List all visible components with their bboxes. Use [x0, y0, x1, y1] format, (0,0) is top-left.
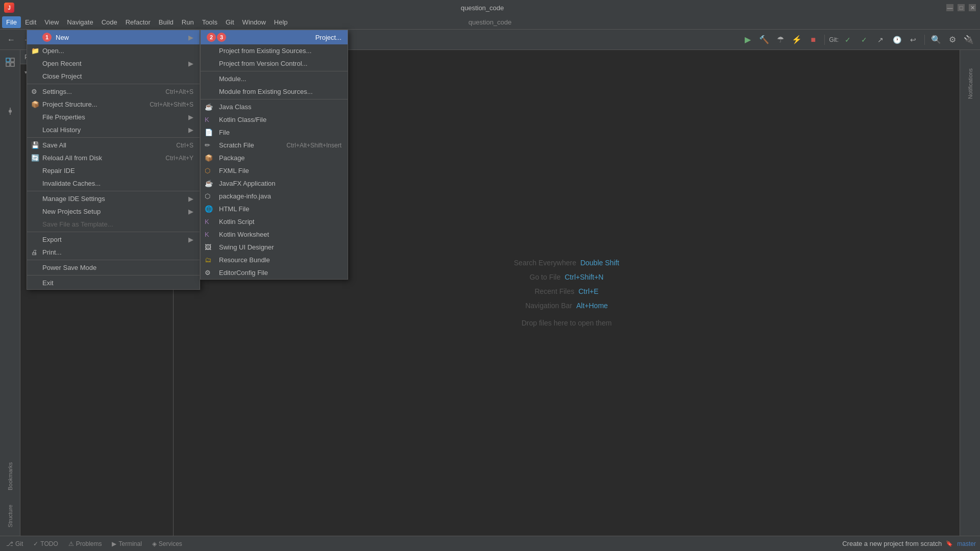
- menu-item-repair[interactable]: Repair IDE: [27, 164, 200, 177]
- hint-search-text: Search Everywhere: [514, 259, 576, 267]
- menu-item-open[interactable]: 📁 Open...: [27, 44, 200, 57]
- menu-item-power-save[interactable]: Power Save Mode: [27, 261, 200, 274]
- bookmarks-label[interactable]: Bookmarks: [5, 458, 15, 494]
- open-icon: 📁: [31, 47, 39, 55]
- terminal-tab-icon: ▶: [112, 540, 116, 547]
- close-button[interactable]: ✕: [969, 4, 976, 11]
- svg-rect-0: [6, 58, 10, 62]
- menu-help[interactable]: Help: [270, 16, 292, 28]
- menu-code[interactable]: Code: [97, 16, 121, 28]
- menu-view[interactable]: View: [40, 16, 63, 28]
- tab-todo[interactable]: ✓ TODO: [31, 540, 60, 547]
- package-icon: 📦: [205, 154, 213, 162]
- menu-edit[interactable]: Edit: [21, 16, 40, 28]
- submenu-item-editorconfig-label: EditorConfig File: [219, 269, 268, 277]
- menu-item-manage-ide[interactable]: Manage IDE Settings ▶: [27, 192, 200, 205]
- hint-file-text: Go to File: [530, 273, 561, 281]
- maximize-button[interactable]: □: [958, 4, 965, 11]
- git-history-button[interactable]: 🕐: [890, 33, 904, 47]
- menu-tools[interactable]: Tools: [198, 16, 222, 28]
- submenu-item-kotlin-class[interactable]: K Kotlin Class/File: [201, 113, 348, 126]
- menu-item-invalidate[interactable]: Invalidate Caches...: [27, 177, 200, 190]
- tab-services[interactable]: ◈ Services: [150, 540, 184, 547]
- submenu-item-swing[interactable]: 🖼 Swing UI Designer: [201, 241, 348, 254]
- submenu-item-module-existing[interactable]: Module from Existing Sources...: [201, 85, 348, 98]
- submenu-item-javafx[interactable]: ☕ JavaFX Application: [201, 177, 348, 190]
- menu-item-new-label: New: [56, 34, 69, 41]
- menu-item-project-structure[interactable]: 📦 Project Structure... Ctrl+Alt+Shift+S: [27, 98, 200, 111]
- submenu-item-package-info[interactable]: ⬡ package-info.java: [201, 190, 348, 203]
- submenu-item-module[interactable]: Module...: [201, 72, 348, 85]
- scratch-icon: ✏: [205, 141, 210, 149]
- build-button[interactable]: 🔨: [757, 33, 771, 47]
- todo-tab-label: TODO: [40, 540, 58, 547]
- app-logo: J: [4, 3, 14, 13]
- menu-navigate[interactable]: Navigate: [63, 16, 97, 28]
- window-controls[interactable]: — □ ✕: [946, 4, 976, 11]
- toolbar-back-button[interactable]: ←: [4, 33, 18, 47]
- coverage-button[interactable]: ☂: [773, 33, 788, 47]
- git-check-button[interactable]: ✓: [841, 33, 855, 47]
- menu-item-save-all[interactable]: 💾 Save All Ctrl+S: [27, 139, 200, 152]
- menu-window[interactable]: Window: [238, 16, 270, 28]
- sidebar-commit-icon[interactable]: [2, 103, 18, 119]
- tab-git[interactable]: ⎇ Git: [4, 540, 25, 547]
- menu-refactor[interactable]: Refactor: [121, 16, 155, 28]
- git-rollback-button[interactable]: ↩: [906, 33, 920, 47]
- submenu-item-kotlin-script[interactable]: K Kotlin Script: [201, 215, 348, 228]
- submenu-item-editorconfig[interactable]: ⚙ EditorConfig File: [201, 266, 348, 279]
- menu-item-settings[interactable]: ⚙ Settings... Ctrl+Alt+S: [27, 85, 200, 98]
- menu-item-close-project[interactable]: Close Project: [27, 70, 200, 83]
- submenu-item-java-class[interactable]: ☕ Java Class: [201, 101, 348, 113]
- html-icon: 🌐: [205, 205, 213, 213]
- submenu-item-project[interactable]: 2 3 Project...: [201, 30, 348, 44]
- menu-file[interactable]: File: [2, 16, 21, 28]
- menu-item-print[interactable]: 🖨 Print...: [27, 246, 200, 259]
- tab-problems[interactable]: ⚠ Problems: [66, 540, 104, 547]
- git-push-button[interactable]: ✓: [857, 33, 871, 47]
- bottom-icon-bookmark: 🔖: [946, 540, 953, 547]
- menu-item-export[interactable]: Export ▶: [27, 233, 200, 246]
- submenu-arrow-file-props: ▶: [188, 113, 193, 121]
- branch-status: master: [957, 540, 976, 547]
- settings-button[interactable]: ⚙: [945, 33, 960, 47]
- search-everywhere-button[interactable]: 🔍: [929, 33, 943, 47]
- file-menu-dropdown: 1 New ▶ 📁 Open... Open Recent ▶ Close Pr…: [27, 30, 200, 290]
- submenu-item-fxml[interactable]: ⬡ FXML File: [201, 164, 348, 177]
- plugins-button[interactable]: 🔌: [962, 33, 976, 47]
- menu-build[interactable]: Build: [155, 16, 178, 28]
- menu-item-file-properties[interactable]: File Properties ▶: [27, 111, 200, 123]
- menu-item-reload[interactable]: 🔄 Reload All from Disk Ctrl+Alt+Y: [27, 152, 200, 164]
- submenu-item-package-label: Package: [219, 154, 245, 162]
- tab-terminal[interactable]: ▶ Terminal: [110, 540, 143, 547]
- run-button[interactable]: ▶: [741, 33, 755, 47]
- minimize-button[interactable]: —: [946, 4, 953, 11]
- menu-item-new-projects-setup[interactable]: New Projects Setup ▶: [27, 205, 200, 218]
- menu-item-local-history[interactable]: Local History ▶: [27, 123, 200, 136]
- menu-item-exit[interactable]: Exit: [27, 277, 200, 289]
- menu-item-new[interactable]: 1 New ▶: [27, 30, 200, 44]
- sidebar-project-icon[interactable]: [2, 54, 18, 70]
- submenu-item-scratch[interactable]: ✏ Scratch File Ctrl+Alt+Shift+Insert: [201, 139, 348, 152]
- new-badge: 1: [42, 33, 52, 42]
- git-fetch-button[interactable]: ↗: [873, 33, 888, 47]
- submenu-item-file[interactable]: 📄 File: [201, 126, 348, 139]
- submenu-item-project-existing[interactable]: Project from Existing Sources...: [201, 44, 348, 57]
- submenu-item-kotlin-worksheet[interactable]: K Kotlin Worksheet: [201, 228, 348, 241]
- toolbar-right: ▶ 🔨 ☂ ⚡ ■ Git: ✓ ✓ ↗ 🕐 ↩ 🔍 ⚙ 🔌: [741, 33, 976, 47]
- stop-button[interactable]: ■: [806, 33, 820, 47]
- menu-item-open-recent[interactable]: Open Recent ▶: [27, 57, 200, 70]
- profile-button[interactable]: ⚡: [790, 33, 804, 47]
- package-info-icon: ⬡: [205, 192, 210, 200]
- submenu-item-resource[interactable]: 🗂 Resource Bundle: [201, 254, 348, 266]
- structure-label[interactable]: Structure: [5, 500, 15, 532]
- menu-item-open-recent-label: Open Recent: [42, 60, 82, 67]
- submenu-separator-2: [201, 99, 348, 99]
- notifications-label[interactable]: Notifications: [965, 64, 975, 103]
- submenu-item-package-info-label: package-info.java: [219, 192, 271, 200]
- menu-run[interactable]: Run: [178, 16, 198, 28]
- submenu-item-project-vcs[interactable]: Project from Version Control...: [201, 57, 348, 70]
- submenu-item-html[interactable]: 🌐 HTML File: [201, 203, 348, 215]
- submenu-item-package[interactable]: 📦 Package: [201, 152, 348, 164]
- menu-git[interactable]: Git: [222, 16, 238, 28]
